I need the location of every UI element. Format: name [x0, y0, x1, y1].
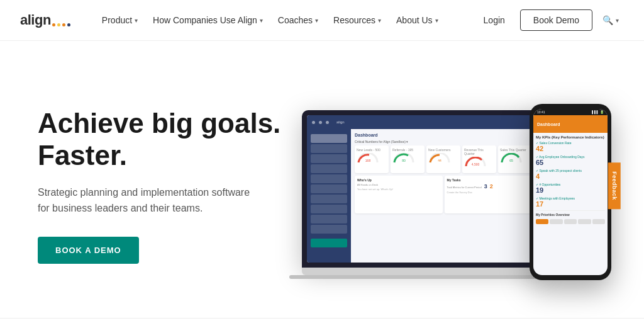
nav-item-how[interactable]: How Companies Use Align ▾ — [147, 11, 269, 29]
nav-item-about[interactable]: About Us ▾ — [390, 11, 445, 29]
laptop-screen-inner: align — [307, 115, 536, 263]
phone-nav-2 — [550, 219, 562, 224]
tasks-panel: My Tasks Task Metrics for Current Period… — [445, 176, 533, 213]
signal-icon: ▌▌▌ — [592, 110, 599, 114]
dashboard-cards: New Leads - 500 168 Referrals - — [355, 145, 532, 173]
dashboard-title: Dashboard — [355, 133, 532, 137]
chevron-down-icon-product: ▾ — [135, 17, 138, 24]
chevron-down-icon-how: ▾ — [260, 17, 263, 24]
nav-label-coaches: Coaches — [278, 15, 313, 25]
sidebar-cta — [311, 239, 347, 247]
who-panel: Who's Up All Hands on Deck You have not … — [355, 176, 443, 213]
phone-screen: 10:41 ▌▌▌ 🔋 Dashboard My KPIs (Key Perfo… — [533, 109, 608, 275]
navbar: align Product ▾ How Companies Use Align … — [0, 0, 644, 41]
status-icons: ▌▌▌ 🔋 — [592, 110, 604, 114]
task-count: 2 — [490, 183, 493, 189]
nav-label-about: About Us — [396, 15, 433, 25]
svg-text:65: 65 — [509, 159, 513, 162]
sidebar-item-3 — [311, 154, 347, 163]
logo-dot-1 — [52, 23, 55, 26]
priorities-title: My Priorities Overview — [536, 210, 605, 217]
feedback-tab[interactable]: Feedback — [608, 162, 621, 209]
logo-dot-3 — [62, 23, 65, 26]
kpi-item-4: ✓ # Opportunities 19 — [536, 183, 605, 194]
kpi-value-5: 17 — [536, 200, 605, 208]
logo[interactable]: align — [20, 12, 70, 28]
task-completed: 3 — [484, 183, 487, 189]
kpi-value-3: 4 — [536, 172, 605, 180]
dashboard-main: Dashboard Critical Numbers for Align (Sa… — [351, 129, 536, 263]
dash-dot-1 — [312, 121, 315, 124]
sidebar-item-2 — [311, 144, 347, 153]
hero-section: Achieve big goals. Faster. Strategic pla… — [0, 41, 644, 318]
card-2-label: Referrals - 195 — [392, 148, 423, 152]
login-button[interactable]: Login — [474, 11, 515, 29]
dash-card-1: New Leads - 500 168 — [355, 145, 389, 173]
gauge-4: 4,500 — [464, 157, 487, 168]
book-demo-cta-button[interactable]: BOOK A DEMO — [38, 237, 139, 264]
chevron-down-icon-resources: ▾ — [378, 17, 381, 24]
dash-dot-3 — [326, 121, 329, 124]
sidebar-item-1 — [311, 134, 347, 143]
who-content: All Hands on Deck — [357, 183, 440, 186]
sidebar-item-4 — [311, 164, 347, 173]
hero-right: align — [302, 79, 624, 293]
task-metric-label-1: Task Metrics for Current Period — [447, 186, 482, 189]
search-button[interactable]: 🔍 ▾ — [597, 11, 624, 29]
tasks-title: My Tasks — [447, 178, 530, 182]
laptop-mockup: align — [302, 110, 541, 293]
nav-label-product: Product — [102, 15, 132, 25]
hero-left: Achieve big goals. Faster. Strategic pla… — [38, 108, 302, 263]
hero-subtitle: Strategic planning and implementation so… — [38, 184, 264, 217]
nav-item-coaches[interactable]: Coaches ▾ — [272, 11, 325, 29]
bottom-section: Fast-growing companies around the world … — [0, 318, 644, 328]
kpi-item-3: ✓ Speak with 25 prospect clients 4 — [536, 169, 605, 180]
hero-title: Achieve big goals. Faster. — [38, 108, 302, 171]
sidebar-item-10 — [311, 225, 347, 234]
sidebar-item-5 — [311, 174, 347, 183]
search-icon: 🔍 — [602, 15, 613, 25]
logo-text: align — [20, 12, 51, 28]
phone-app-header: Dashboard — [533, 115, 608, 133]
svg-text:44: 44 — [438, 159, 441, 162]
dashboard-header: align — [307, 115, 536, 129]
dash-card-2: Referrals - 195 80 — [391, 145, 425, 173]
chevron-down-icon-coaches: ▾ — [315, 17, 318, 24]
nav-item-resources[interactable]: Resources ▾ — [327, 11, 387, 29]
dashboard-bottom: Who's Up All Hands on Deck You have not … — [355, 176, 532, 213]
phone-kpi-title: My KPIs (Key Performance Indicators) — [536, 135, 605, 139]
phone-bottom-nav — [536, 219, 605, 224]
battery-icon: 🔋 — [600, 110, 604, 114]
chevron-down-icon-search: ▾ — [616, 17, 619, 24]
book-demo-button[interactable]: Book Demo — [520, 9, 592, 31]
kpi-item-2: ✓ Avg Employee Onboarding Days 65 — [536, 155, 605, 166]
dashboard-body: Dashboard Critical Numbers for Align (Sa… — [307, 129, 536, 263]
kpi-value-1: 42 — [536, 145, 605, 152]
phone-notch — [558, 104, 583, 110]
task-metrics: Task Metrics for Current Period 3 2 — [447, 183, 530, 189]
dash-brand: align — [336, 120, 345, 124]
gauge-5: 65 — [500, 153, 523, 164]
phone-outer: 10:41 ▌▌▌ 🔋 Dashboard My KPIs (Key Perfo… — [530, 104, 611, 280]
nav-item-product[interactable]: Product ▾ — [96, 11, 144, 29]
sidebar-item-8 — [311, 205, 347, 213]
dash-card-4: Revenue This Quarter 4,500 — [462, 145, 496, 173]
laptop-base — [302, 268, 541, 275]
card-5-label: Sales This Quarter — [500, 148, 530, 152]
gauge-1: 168 — [357, 153, 379, 164]
dash-card-5: Sales This Quarter 65 — [498, 145, 532, 173]
task-desc: Create the Survey Doc — [447, 191, 530, 194]
sidebar-item-6 — [311, 184, 347, 193]
critical-numbers-label: Critical Numbers for Align (Sandbox) ▾ — [355, 140, 532, 144]
phone-body: My KPIs (Key Performance Indicators) ✓ S… — [533, 133, 608, 227]
phone-nav-3 — [564, 219, 577, 224]
dashboard-sidebar — [307, 129, 351, 263]
phone-nav-1 — [536, 219, 548, 224]
task-metric-1: Task Metrics for Current Period — [447, 186, 482, 189]
who-title: Who's Up — [357, 178, 440, 182]
kpi-item-1: ✓ Sales Conversion Rate 42 — [536, 141, 605, 152]
svg-text:168: 168 — [365, 159, 371, 162]
svg-text:4,500: 4,500 — [472, 162, 480, 166]
kpi-item-5: ✓ Meetings with Employees 17 — [536, 196, 605, 208]
laptop-foot — [289, 275, 553, 279]
